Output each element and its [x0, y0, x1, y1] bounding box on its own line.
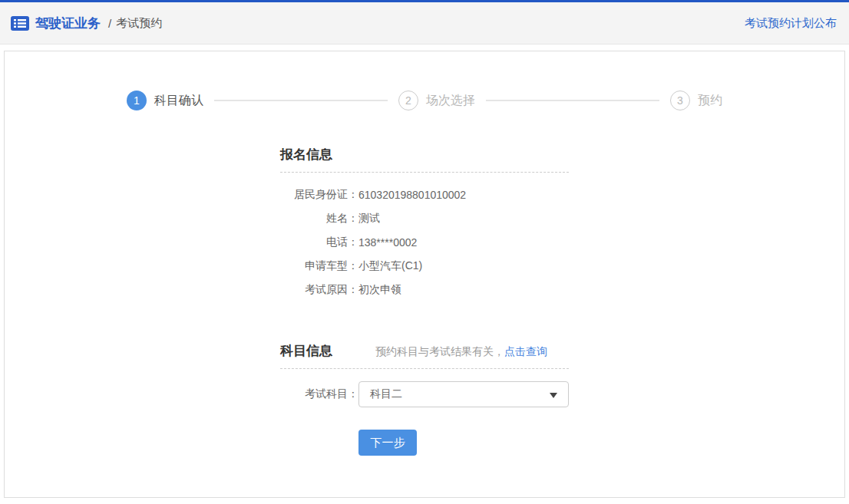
next-step-button[interactable]: 下一步 [358, 430, 417, 456]
header-bar: 驾驶证业务 / 考试预约 考试预约计划公布 [0, 2, 849, 44]
field-value: 小型汽车(C1) [358, 259, 422, 273]
main-panel: 1 科目确认 2 场次选择 3 预约 报名信息 [4, 51, 845, 498]
field-label: 考试原因 [280, 283, 348, 297]
field-colon: ： [348, 283, 358, 297]
step-session-select: 2 场次选择 [398, 91, 475, 110]
subject-section-head: 科目信息 预约科目与考试结果有关，点击查询 [280, 342, 569, 360]
stepper: 1 科目确认 2 场次选择 3 预约 [5, 91, 844, 110]
step-2-circle: 2 [398, 91, 418, 110]
step-2-label: 场次选择 [426, 93, 475, 109]
field-value: 测试 [358, 212, 380, 226]
subject-note-text: 预约科目与考试结果有关， [375, 345, 504, 357]
section-divider [280, 368, 569, 369]
action-row: 下一步 [280, 430, 569, 456]
subject-section-title: 科目信息 [280, 342, 332, 360]
subject-note: 预约科目与考试结果有关，点击查询 [375, 345, 547, 359]
field-colon: ： [348, 259, 358, 273]
registration-info-section: 报名信息 居民身份证 ： 610320198801010002 姓名 ： 测试 [280, 146, 569, 301]
exam-plan-link[interactable]: 考试预约计划公布 [745, 16, 837, 31]
exam-subject-selected-value: 科目二 [370, 387, 402, 401]
breadcrumb-separator: / [108, 17, 111, 30]
field-label: 电话 [280, 236, 348, 249]
field-colon: ： [348, 212, 358, 226]
exam-subject-select[interactable]: 科目二 [358, 381, 569, 407]
breadcrumb-current: 考试预约 [116, 16, 162, 31]
exam-appointment-page: 驾驶证业务 / 考试预约 考试预约计划公布 1 科目确认 2 场次选择 3 预约 [0, 0, 849, 504]
field-label: 居民身份证 [280, 188, 348, 202]
header-left: 驾驶证业务 / 考试预约 [11, 15, 162, 32]
subject-info-section: 科目信息 预约科目与考试结果有关，点击查询 考试科目 ： 科目二 [280, 342, 569, 407]
step-reserve: 3 预约 [670, 91, 722, 110]
field-label: 申请车型 [280, 259, 348, 273]
step-1-label: 科目确认 [154, 93, 203, 109]
step-connector [214, 100, 388, 101]
query-result-link[interactable]: 点击查询 [504, 345, 547, 357]
step-3-label: 预约 [698, 93, 722, 109]
step-3-circle: 3 [670, 91, 690, 110]
dropdown-arrow-icon [550, 393, 557, 398]
registration-section-title: 报名信息 [280, 146, 332, 163]
registration-fields: 居民身份证 ： 610320198801010002 姓名 ： 测试 电话 ： … [280, 183, 569, 301]
page-title: 驾驶证业务 [35, 15, 101, 32]
step-subject-confirm: 1 科目确认 [127, 91, 203, 110]
field-id-number: 居民身份证 ： 610320198801010002 [280, 183, 569, 206]
exam-subject-label: 考试科目 [280, 387, 348, 401]
field-colon: ： [348, 387, 358, 401]
field-value: 610320198801010002 [358, 189, 466, 201]
field-vehicle-type: 申请车型 ： 小型汽车(C1) [280, 254, 569, 278]
step-connector [486, 100, 659, 101]
field-value: 138****0002 [358, 236, 417, 249]
content-column: 报名信息 居民身份证 ： 610320198801010002 姓名 ： 测试 [280, 146, 569, 456]
exam-subject-row: 考试科目 ： 科目二 [280, 381, 569, 407]
field-value: 初次申领 [358, 283, 401, 297]
field-phone: 电话 ： 138****0002 [280, 230, 569, 254]
registration-section-head: 报名信息 [280, 146, 569, 163]
license-business-icon [11, 16, 29, 31]
field-name: 姓名 ： 测试 [280, 206, 569, 230]
step-1-circle: 1 [127, 91, 147, 110]
section-divider [280, 172, 569, 173]
field-colon: ： [348, 236, 358, 249]
field-label: 姓名 [280, 212, 348, 226]
field-exam-reason: 考试原因 ： 初次申领 [280, 278, 569, 301]
field-colon: ： [348, 188, 358, 202]
